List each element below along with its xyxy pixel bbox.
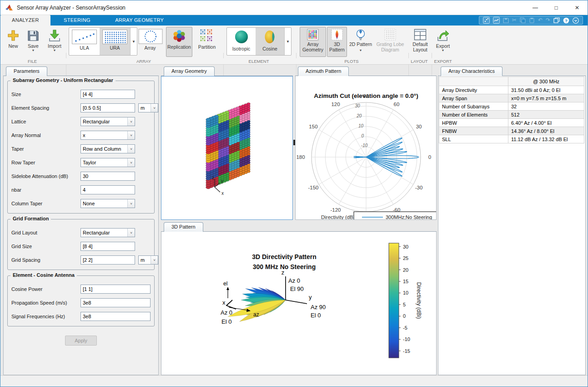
cut-icon[interactable]: ✂ [512,16,517,24]
help-icon[interactable]: ? [563,17,569,24]
table-row[interactable]: HPBW6.40° Az / 4.00° El [439,119,584,127]
element-gallery-dropdown[interactable]: ▼ [284,28,291,55]
field-label: Row Taper [11,160,80,165]
cosine-button[interactable]: Cosine [256,28,284,55]
pattern-2d-button[interactable]: 2D Pattern ▼ [348,27,373,57]
ula-button[interactable]: ULA [69,28,100,55]
taper-select[interactable]: Row and Column˅ [80,144,135,153]
svg-text:-15: -15 [403,348,410,354]
svg-text:10: 10 [403,290,408,295]
copy-icon[interactable] [520,17,526,23]
array-normal-select[interactable]: x˅ [80,131,135,140]
table-row[interactable]: FNBW14.36° Az / 8.00° El [439,127,584,135]
characteristic-value: 32 [508,102,584,111]
sidelobe-attenuation-db-input[interactable] [80,172,135,181]
svg-text:25: 25 [403,255,408,261]
propagation-speed-m-s-input[interactable] [80,298,151,307]
svg-text:0: 0 [428,154,431,160]
window-layout-icon[interactable] [553,17,560,23]
field-label: Taper [11,146,80,152]
redo-icon[interactable]: ↷ [546,16,550,24]
characteristics-table: @ 300 MHz Array Directivity31.50 dBi at … [439,76,584,143]
title-bar: Sensor Array Analyzer - SensorArraySessi… [0,0,588,15]
close-button[interactable]: ✕ [567,0,588,15]
characteristic-value: 11.12 dB Az / 13.32 dB El [508,135,584,143]
pattern-3d-panel: 3D Pattern 3D Directivity Pattern300 MHz… [161,222,437,375]
tab-azimuth-pattern[interactable]: Azimuth Pattern [298,66,349,76]
svg-text:5: 5 [403,302,406,307]
save-quick-icon[interactable] [503,17,509,23]
cosine-power-input[interactable] [80,285,151,294]
isotropic-button[interactable]: Isotropic [227,28,256,55]
table-row[interactable]: Number of Elements512 [439,111,584,119]
grating-lobe-icon [384,29,396,41]
plot-tool-icon[interactable] [483,17,490,24]
tab-3d-pattern[interactable]: 3D Pattern [164,222,203,232]
pattern-3d-button[interactable]: 3D Pattern [327,27,347,57]
group-element-cosine-antenna: Element - Cosine AntennaCosine PowerProp… [7,275,155,326]
export-button[interactable]: Export ▼ [432,27,453,57]
save-menu-arrow-icon: ▼ [24,49,43,52]
array-gallery-dropdown[interactable]: ▼ [130,28,137,55]
unit-value: m [139,105,151,111]
characteristic-name: Number of Subarrays [439,102,508,111]
pattern-3d-plot[interactable]: 3D Directivity Pattern300 MHz No Steerin… [161,232,436,375]
table-row[interactable]: Number of Subarrays32 [439,102,584,111]
lattice-select[interactable]: Rectangular˅ [80,117,135,126]
array-geometry-plot[interactable]: zyx [161,76,292,220]
tab-analyzer[interactable]: ANALYZER [0,15,50,25]
row-taper-select[interactable]: Taylor˅ [80,158,135,167]
tab-steering[interactable]: STEERING [52,15,102,25]
select-value: Rectangular [81,230,127,235]
svg-text:-150: -150 [308,185,318,190]
nbar-input[interactable] [80,185,135,194]
apply-button[interactable]: Apply [65,336,97,346]
column-taper-select[interactable]: None˅ [80,199,135,208]
replication-button[interactable]: Replication [166,27,192,57]
maximize-button[interactable]: □ [546,0,567,15]
partition-button[interactable]: Partition [194,27,220,57]
element-spacing-unit-select[interactable]: m˅ [138,103,158,112]
tab-array-characteristics[interactable]: Array Characteristics [441,66,503,76]
save-button[interactable]: Save ▼ [23,27,43,57]
group-title: Grid Formation [10,216,51,221]
ura-button[interactable]: URA [100,28,130,55]
tab-parameters[interactable]: Parameters [6,66,47,76]
array-button[interactable]: Array [138,27,162,57]
qa-menu-chevron-icon[interactable] [573,17,579,24]
table-row[interactable]: Array Spanx=0 m y=7.5 m z=15.5 m [439,94,584,102]
curve-tool-icon[interactable] [493,17,500,24]
parameters-panel: Parameters Subarray Geometry - Uniform R… [3,66,159,375]
size-input[interactable] [80,90,135,99]
signal-frequencies-hz-input[interactable] [80,312,151,321]
svg-text:0: 0 [362,133,364,138]
default-layout-button[interactable]: Default Layout [409,27,431,57]
characteristic-value: 512 [508,111,584,119]
element-spacing-input[interactable] [80,103,135,112]
tab-array-geometry[interactable]: ARRAY GEOMETRY [104,15,175,25]
select-value: Taylor [81,160,127,165]
grid-layout-select[interactable]: Rectangular˅ [80,228,135,237]
table-row[interactable]: SLL11.12 dB Az / 13.32 dB El [439,135,584,143]
characteristic-name: FNBW [439,127,508,135]
svg-text:El 0: El 0 [221,318,231,325]
characteristic-value: 31.50 dBi at 0 Az; 0 El [508,86,584,94]
grid-spacing-input[interactable] [80,255,135,265]
window-title: Sensor Array Analyzer - SensorArraySessi… [17,5,126,11]
tab-array-geometry-plot[interactable]: Array Geometry [164,66,215,76]
import-button[interactable]: Import ▼ [44,27,65,57]
grid-spacing-unit-select[interactable]: m˅ [138,255,158,265]
group-title: Subarray Geometry - Uniform Rectangular [10,77,116,83]
table-row[interactable]: Array Directivity31.50 dBi at 0 Az; 0 El [439,86,584,94]
grid-size-input[interactable] [80,242,135,251]
minimize-button[interactable]: — [525,0,546,15]
new-button[interactable]: New [4,27,22,57]
undo-icon[interactable]: ↶ [538,16,543,24]
svg-text:x: x [221,191,224,196]
array-icon [138,29,163,44]
grating-lobe-button[interactable]: Grating Lobe Diagram [374,27,406,57]
azimuth-pattern-plot[interactable]: Azimuth Cut (elevation angle = 0.0°)0306… [296,76,436,219]
paste-icon[interactable] [529,17,535,23]
array-geometry-plot-button[interactable]: Array Geometry [300,27,326,57]
chevron-down-icon: ˅ [127,199,135,208]
